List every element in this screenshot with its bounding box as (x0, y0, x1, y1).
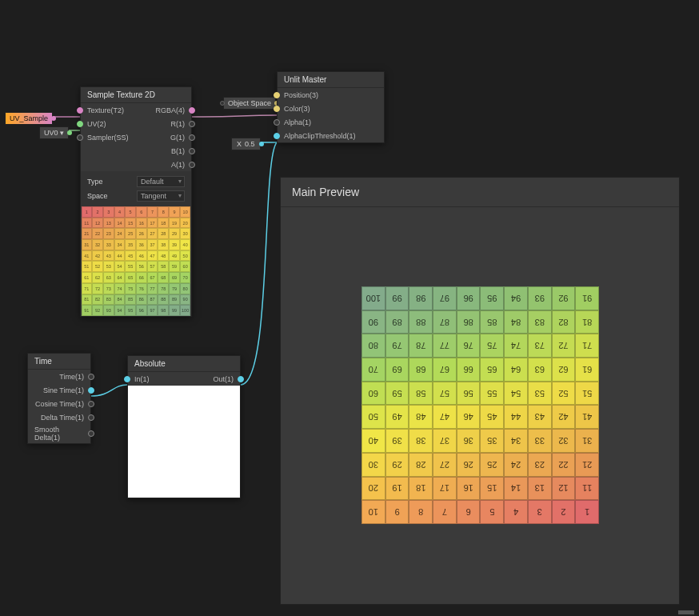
port-cosine-time: Cosine Time(1) (35, 400, 84, 408)
port-out: Out(1) (213, 375, 234, 383)
port-smooth-delta: Smooth Delta(1) (34, 426, 84, 442)
port-uv: UV(2) (87, 120, 106, 128)
port-r: R(1) (171, 120, 186, 128)
texture-preview-large: 1234567891011121314151617181920212223242… (361, 286, 599, 524)
uv0-dropdown[interactable]: UV0 ▾ (39, 126, 69, 139)
param-type-label: Type (87, 178, 103, 186)
object-space-chip[interactable]: Object Space (223, 97, 276, 110)
port-sine-time: Sine Time(1) (43, 386, 84, 394)
scrollbar-horizontal[interactable] (678, 610, 694, 614)
port-a: A(1) (171, 161, 185, 169)
node-unlit-master[interactable]: Unlit Master Position(3) Color(3) Alpha(… (277, 71, 385, 143)
port-alpha: Alpha(1) (284, 118, 311, 126)
node-title: Time (28, 354, 90, 370)
x-value-chip[interactable]: X 0.5 (231, 138, 261, 150)
input-uv-sample[interactable]: UV_Sample (5, 112, 53, 125)
port-position: Position(3) (284, 91, 318, 99)
port-color: Color(3) (284, 105, 310, 113)
node-title: Unlit Master (278, 72, 384, 88)
x-label: X (237, 140, 242, 148)
uv0-label: UV0 ▾ (44, 129, 64, 137)
port-g: G(1) (170, 134, 185, 142)
param-type-select[interactable]: Default (137, 176, 185, 187)
node-absolute[interactable]: Absolute In(1) Out(1) (127, 355, 241, 498)
port-rgba: RGBA(4) (155, 106, 185, 114)
port-in: In(1) (134, 375, 150, 383)
node-title: Absolute (128, 356, 240, 372)
absolute-preview (128, 386, 240, 498)
uv-sample-label: UV_Sample (10, 114, 48, 122)
param-space-select[interactable]: Tangent (137, 190, 185, 202)
texture-preview-small: 1234567891011121314151617181920212223242… (82, 206, 191, 316)
port-delta-time: Delta Time(1) (41, 414, 84, 422)
x-number: 0.5 (245, 140, 255, 148)
port-sampler: Sampler(SS) (87, 134, 129, 142)
main-preview-title: Main Preview (281, 178, 679, 207)
object-space-label: Object Space (228, 99, 271, 107)
node-time[interactable]: Time Time(1) Sine Time(1) Cosine Time(1)… (27, 353, 91, 444)
port-time: Time(1) (59, 373, 84, 381)
port-alpha-clip: AlphaClipThreshold(1) (284, 132, 356, 140)
param-space-label: Space (87, 192, 108, 200)
port-texture: Texture(T2) (87, 106, 124, 114)
node-title: Sample Texture 2D (81, 87, 191, 103)
node-sample-texture-2d[interactable]: Sample Texture 2D Texture(T2) UV(2) Samp… (80, 86, 192, 317)
port-b: B(1) (171, 147, 185, 155)
main-preview-panel[interactable]: Main Preview 123456789101112131415161718… (280, 177, 680, 605)
